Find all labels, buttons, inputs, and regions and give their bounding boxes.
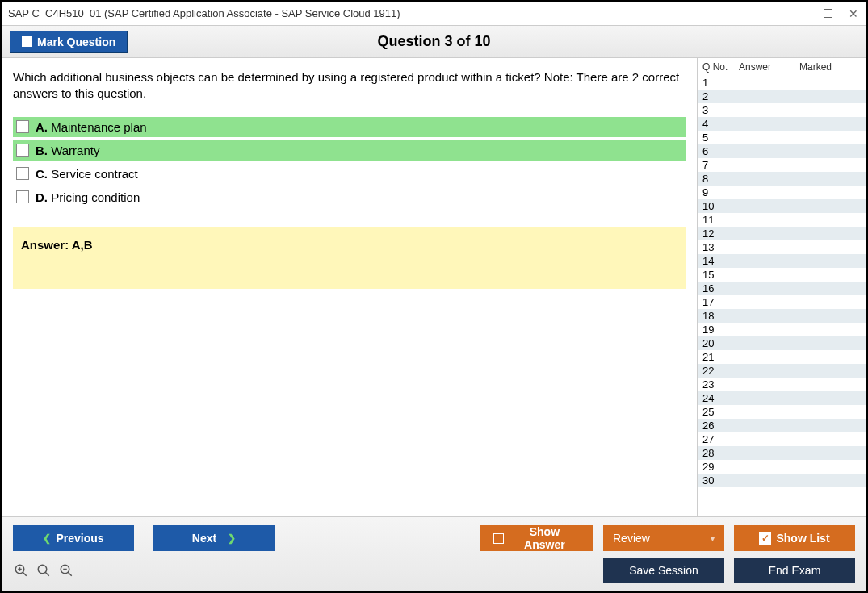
option-letter: C.	[36, 167, 48, 181]
sidebar-row[interactable]: 15	[698, 268, 866, 282]
sidebar-qno: 26	[702, 420, 739, 432]
sidebar-qno: 11	[702, 214, 739, 226]
sidebar-row[interactable]: 2	[698, 90, 866, 103]
option-checkbox[interactable]	[16, 120, 29, 133]
options-list: A. Maintenance planB. WarrantyC. Service…	[13, 117, 686, 207]
save-session-button[interactable]: Save Session	[603, 558, 724, 583]
sidebar-row[interactable]: 18	[698, 309, 866, 323]
svg-line-1	[23, 572, 27, 576]
sidebar-row[interactable]: 16	[698, 282, 866, 295]
sidebar-qno: 17	[702, 296, 739, 308]
close-icon[interactable]: ✕	[847, 7, 860, 20]
sidebar-row[interactable]: 25	[698, 405, 866, 419]
sidebar-row[interactable]: 30	[698, 474, 866, 487]
sidebar-qno: 4	[702, 118, 739, 130]
svg-line-5	[45, 572, 49, 576]
sidebar-qno: 14	[702, 255, 739, 267]
question-counter: Question 3 of 10	[377, 33, 490, 50]
sidebar-row[interactable]: 10	[698, 199, 866, 213]
sidebar-row[interactable]: 9	[698, 186, 866, 199]
question-text: Which additional business objects can be…	[13, 69, 686, 102]
sidebar-row[interactable]: 1	[698, 76, 866, 90]
sidebar-list[interactable]: 1234567891011121314151617181920212223242…	[698, 76, 866, 516]
zoom-in-icon[interactable]	[13, 562, 29, 578]
end-exam-label: End Exam	[769, 564, 821, 577]
chevron-down-icon: ▾	[711, 534, 715, 543]
sidebar-qno: 30	[702, 474, 739, 487]
footer: ❮ Previous Next ❯ Show Answer Review ▾ ✓…	[2, 516, 866, 591]
sidebar-row[interactable]: 4	[698, 117, 866, 131]
sidebar-row[interactable]: 14	[698, 254, 866, 268]
end-exam-button[interactable]: End Exam	[734, 558, 855, 583]
answer-box: Answer: A,B	[13, 227, 686, 289]
mark-question-label: Mark Question	[37, 35, 115, 48]
minimize-icon[interactable]: —	[796, 7, 809, 20]
previous-button[interactable]: ❮ Previous	[13, 525, 134, 551]
option-checkbox[interactable]	[16, 144, 29, 157]
sidebar-row[interactable]: 22	[698, 364, 866, 378]
sidebar-row[interactable]: 21	[698, 350, 866, 364]
app-window: SAP C_C4H510_01 (SAP Certified Applicati…	[0, 0, 868, 593]
col-answer: Answer	[739, 61, 799, 73]
window-title: SAP C_C4H510_01 (SAP Certified Applicati…	[8, 7, 796, 19]
sidebar-row[interactable]: 20	[698, 336, 866, 350]
sidebar-row[interactable]: 29	[698, 460, 866, 474]
footer-row-2: Save Session End Exam	[13, 558, 855, 583]
sidebar-qno: 25	[702, 406, 739, 418]
sidebar-row[interactable]: 13	[698, 240, 866, 254]
previous-label: Previous	[56, 532, 103, 545]
sidebar-row[interactable]: 26	[698, 419, 866, 432]
zoom-out-icon[interactable]	[58, 562, 74, 578]
zoom-reset-icon[interactable]	[36, 562, 52, 578]
sidebar-qno: 19	[702, 324, 739, 336]
sidebar-row[interactable]: 28	[698, 446, 866, 460]
sidebar-row[interactable]: 17	[698, 295, 866, 309]
zoom-controls	[13, 562, 74, 578]
review-button[interactable]: Review ▾	[603, 525, 724, 551]
sidebar-qno: 7	[702, 159, 739, 171]
sidebar-qno: 5	[702, 132, 739, 144]
show-list-label: Show List	[776, 532, 829, 545]
question-list-sidebar: Q No. Answer Marked 12345678910111213141…	[697, 58, 866, 516]
sidebar-qno: 9	[702, 186, 739, 198]
footer-row-1: ❮ Previous Next ❯ Show Answer Review ▾ ✓…	[13, 525, 855, 551]
sidebar-row[interactable]: 11	[698, 213, 866, 227]
option-text: Maintenance plan	[51, 120, 146, 134]
sidebar-row[interactable]: 27	[698, 432, 866, 446]
option-letter: A.	[36, 120, 48, 134]
sidebar-row[interactable]: 8	[698, 172, 866, 186]
sidebar-qno: 10	[702, 200, 739, 212]
sidebar-header: Q No. Answer Marked	[698, 58, 866, 76]
sidebar-qno: 23	[702, 378, 739, 390]
sidebar-row[interactable]: 12	[698, 227, 866, 240]
chevron-right-icon: ❯	[228, 532, 236, 544]
show-list-button[interactable]: ✓ Show List	[734, 525, 855, 551]
sidebar-qno: 1	[702, 77, 739, 89]
sidebar-row[interactable]: 3	[698, 103, 866, 117]
sidebar-row[interactable]: 23	[698, 378, 866, 391]
option-text: Warranty	[51, 144, 99, 157]
option-row: D. Pricing condition	[13, 187, 686, 207]
checkbox-icon	[22, 36, 32, 47]
sidebar-row[interactable]: 6	[698, 144, 866, 158]
sidebar-row[interactable]: 7	[698, 158, 866, 172]
col-marked: Marked	[799, 61, 862, 73]
chevron-left-icon: ❮	[43, 532, 51, 544]
option-checkbox[interactable]	[16, 167, 29, 180]
mark-question-button[interactable]: Mark Question	[10, 31, 128, 53]
next-button[interactable]: Next ❯	[153, 525, 275, 551]
sidebar-qno: 3	[702, 104, 739, 116]
show-answer-button[interactable]: Show Answer	[480, 525, 593, 551]
sidebar-row[interactable]: 19	[698, 323, 866, 336]
sidebar-qno: 13	[702, 241, 739, 253]
sidebar-row[interactable]: 24	[698, 391, 866, 405]
option-checkbox[interactable]	[16, 190, 29, 203]
titlebar: SAP C_C4H510_01 (SAP Certified Applicati…	[2, 2, 866, 26]
sidebar-qno: 21	[702, 351, 739, 363]
sidebar-qno: 15	[702, 269, 739, 281]
sidebar-row[interactable]: 5	[698, 131, 866, 144]
sidebar-qno: 22	[702, 365, 739, 377]
maximize-icon[interactable]	[824, 9, 832, 18]
show-answer-label: Show Answer	[509, 525, 581, 551]
col-qno: Q No.	[702, 61, 739, 73]
